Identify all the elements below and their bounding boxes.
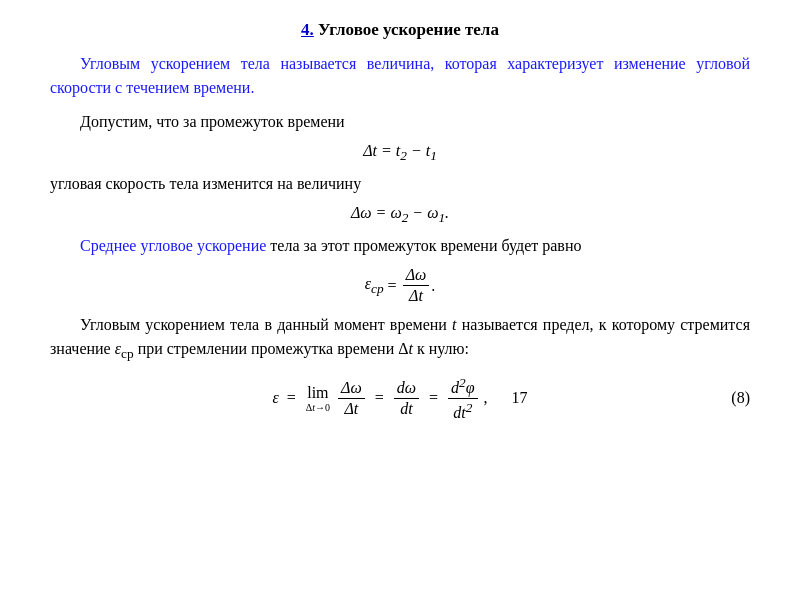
numerator-3: Δω (403, 266, 430, 286)
den-4a: Δt (341, 399, 361, 418)
formula-3: εср = Δω Δt . (50, 266, 750, 305)
den-4c: dt2 (450, 399, 475, 422)
comma-4: , (484, 389, 488, 407)
fraction-4b: dω dt (394, 379, 419, 418)
page-number: 17 (512, 389, 528, 407)
formula-2-text: Δω = ω2 − ω1. (351, 204, 449, 221)
paragraph-1: Допустим, что за промежуток времени (50, 110, 750, 134)
highlight-text: Среднее угловое ускорение (80, 237, 266, 254)
intro-paragraph: Угловым ускорением тела называется велич… (50, 52, 750, 100)
lim-sub: Δt→0 (306, 402, 330, 413)
equation-number: (8) (731, 389, 750, 407)
section-title: 4. Угловое ускорение тела (50, 20, 750, 40)
formula-1: Δt = t2 − t1 (50, 142, 750, 164)
den-4b: dt (397, 399, 415, 418)
section-number: 4. (301, 20, 314, 39)
fraction-4a: Δω Δt (338, 379, 365, 418)
period-3: . (431, 277, 435, 295)
fraction-4c: d2φ dt2 (448, 375, 478, 423)
num-4b: dω (394, 379, 419, 399)
fraction-3: Δω Δt (403, 266, 430, 305)
equals-4b: = (375, 389, 384, 407)
paragraph-4: Угловым ускорением тела в данный момент … (50, 313, 750, 364)
lim-block: lim Δt→0 (306, 384, 330, 413)
num-4a: Δω (338, 379, 365, 399)
title-text: Угловое ускорение тела (314, 20, 499, 39)
formula-4: ε = lim Δt→0 Δω Δt = dω dt = d2φ dt2 , (272, 375, 527, 423)
equals-1: = (388, 277, 397, 295)
epsilon-sr: εср (365, 275, 384, 297)
paragraph-3: Среднее угловое ускорение тела за этот п… (50, 234, 750, 258)
epsilon-main: ε (272, 389, 278, 407)
denominator-3: Δt (406, 286, 426, 305)
formula-2: Δω = ω2 − ω1. (50, 204, 750, 226)
num-4c: d2φ (448, 375, 478, 399)
equals-main: = (287, 389, 296, 407)
formula-4-row: ε = lim Δt→0 Δω Δt = dω dt = d2φ dt2 , (50, 375, 750, 423)
paragraph-2: угловая скорость тела изменится на велич… (50, 172, 750, 196)
page: 4. Угловое ускорение тела Угловым ускоре… (0, 0, 800, 600)
formula-1-text: Δt = t2 − t1 (363, 142, 437, 159)
equals-4c: = (429, 389, 438, 407)
lim-text: lim (307, 384, 328, 402)
